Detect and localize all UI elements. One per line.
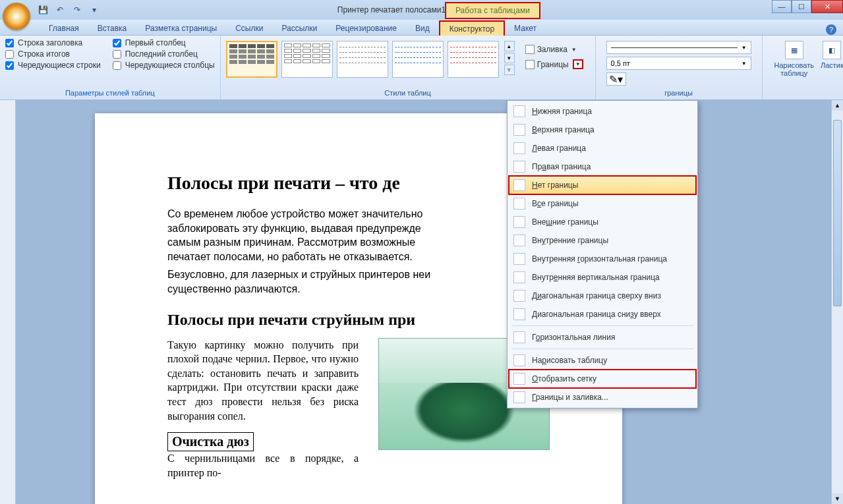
table-style-thumb[interactable] <box>448 41 499 78</box>
border-type-icon <box>513 235 525 246</box>
style-gallery-scroll: ▴ ▾ ▿ <box>504 41 515 75</box>
vertical-scrollbar[interactable]: ▲ ▼ <box>831 100 843 504</box>
eraser-button[interactable]: ◧ Ластик <box>821 41 843 77</box>
scroll-up-icon[interactable]: ▲ <box>832 100 843 111</box>
pen-color-button[interactable]: ✎▾ <box>606 72 626 86</box>
doc-heading-3: Очистка дюз <box>167 432 254 451</box>
menu-item-внутренняя-вертикальная-граница[interactable]: Внутренняя вертикальная граница <box>509 268 696 287</box>
checkbox[interactable] <box>5 61 14 70</box>
check-строка-итогов[interactable]: Строка итогов <box>5 49 101 59</box>
menu-item-правая-граница[interactable]: Правая граница <box>509 157 696 176</box>
chevron-down-icon: ▼ <box>571 47 577 53</box>
border-type-icon <box>513 216 525 228</box>
bucket-icon <box>525 45 535 54</box>
gallery-more-icon[interactable]: ▿ <box>504 65 515 75</box>
menu-item-нижняя-граница[interactable]: Нижняя граница <box>509 102 696 121</box>
tab-разметка страницы[interactable]: Разметка страницы <box>136 21 226 35</box>
border-type-icon <box>513 179 525 191</box>
tab-конструктор[interactable]: Конструктор <box>439 20 505 36</box>
menu-item-диагональная-граница-сверху-вниз[interactable]: Диагональная граница сверху вниз <box>509 287 696 305</box>
tab-макет[interactable]: Макет <box>505 21 546 35</box>
check-первый-столбец[interactable]: Первый столбец <box>113 38 215 47</box>
minimize-button[interactable]: — <box>772 0 792 13</box>
border-type-icon <box>513 308 525 320</box>
check-последний-столбец[interactable]: Последний столбец <box>113 49 215 59</box>
pen-style-select[interactable]: ▼ <box>606 41 751 54</box>
doc-heading-2: Полосы при печати струйным при <box>167 311 550 329</box>
menu-item-границы-и-заливка-[interactable]: Границы и заливка... <box>509 388 696 406</box>
gallery-up-icon[interactable]: ▴ <box>504 41 515 51</box>
tab-вставка[interactable]: Вставка <box>88 21 136 35</box>
save-icon[interactable]: 💾 <box>36 3 49 16</box>
tab-ссылки[interactable]: Ссылки <box>226 21 272 35</box>
doc-paragraph: Со временем любое устройство может значи… <box>167 207 550 264</box>
draw-table-button[interactable]: ▦ Нарисовать таблицу <box>774 41 814 77</box>
menu-item-верхняя-граница[interactable]: Верхняя граница <box>509 121 696 139</box>
menu-item-диагональная-граница-снизу-вверх[interactable]: Диагональная граница снизу вверх <box>509 305 696 323</box>
table-style-thumb[interactable] <box>226 41 277 78</box>
scroll-down-icon[interactable]: ▼ <box>832 493 843 504</box>
check-чередующиеся-столбцы[interactable]: Чередующиеся столбцы <box>113 61 215 70</box>
table-style-thumb[interactable] <box>392 41 444 78</box>
group-table-style-options: Строка заголовкаСтрока итоговЧередующиес… <box>0 36 221 99</box>
checkbox[interactable] <box>113 50 121 59</box>
checkbox[interactable] <box>113 39 121 47</box>
border-type-icon <box>513 142 525 154</box>
border-type-icon <box>513 391 525 403</box>
undo-icon[interactable]: ↶ <box>53 3 67 16</box>
eraser-icon: ◧ <box>823 41 841 59</box>
border-type-icon <box>513 271 525 283</box>
group-draw: ▦ Нарисовать таблицу ◧ Ластик <box>763 36 843 99</box>
border-type-icon <box>513 354 525 366</box>
ribbon: Строка заголовкаСтрока итоговЧередующиес… <box>0 36 843 100</box>
close-button[interactable]: ✕ <box>811 0 843 13</box>
quick-access-toolbar: 💾 ↶ ↷ ▾ <box>36 3 101 16</box>
border-type-icon <box>513 161 525 173</box>
menu-item-нет-границы[interactable]: Нет границы <box>509 176 696 194</box>
scroll-thumb[interactable] <box>833 120 842 306</box>
qat-more-icon[interactable]: ▾ <box>88 3 101 16</box>
tab-главная[interactable]: Главная <box>40 21 88 35</box>
maximize-button[interactable]: ☐ <box>792 0 811 13</box>
table-style-thumb[interactable] <box>337 41 388 78</box>
vertical-ruler[interactable] <box>0 100 16 504</box>
check-строка-заголовка[interactable]: Строка заголовка <box>5 38 101 47</box>
help-icon[interactable]: ? <box>826 24 836 35</box>
shading-button[interactable]: Заливка ▼ <box>523 43 586 55</box>
checkbox[interactable] <box>5 39 14 47</box>
ribbon-tabs: ГлавнаяВставкаРазметка страницыСсылкиРас… <box>0 20 843 36</box>
doc-paragraph: С чернильницами все в порядке, а принтер… <box>167 451 359 480</box>
office-button[interactable] <box>3 3 30 30</box>
menu-item-внешние-границы[interactable]: Внешние границы <box>509 213 696 231</box>
check-чередующиеся-строки[interactable]: Чередующиеся строки <box>5 61 101 70</box>
table-style-thumb[interactable] <box>281 41 333 78</box>
tab-рассылки[interactable]: Рассылки <box>272 21 326 35</box>
menu-item-все-границы[interactable]: Все границы <box>509 194 696 213</box>
menu-item-левая-граница[interactable]: Левая граница <box>509 139 696 157</box>
tab-рецензирование[interactable]: Рецензирование <box>326 21 406 35</box>
menu-item-отобразить-сетку[interactable]: Отобразить сетку <box>509 370 696 388</box>
menu-item-внутренние-границы[interactable]: Внутренние границы <box>509 231 696 250</box>
document-workspace: Полосы при печати – что де Со временем л… <box>0 100 843 504</box>
doc-paragraph: Такую картинку можно получить при плохой… <box>167 338 359 424</box>
window-title: Принтер печатает полосами1 - Microsoft W… <box>0 5 843 14</box>
redo-icon[interactable]: ↷ <box>71 3 84 16</box>
group-title-options[interactable]: Параметры стилей таблиц <box>65 89 155 97</box>
group-title-borders: границы <box>601 89 757 98</box>
checkbox[interactable] <box>113 61 121 70</box>
border-type-icon <box>513 105 525 117</box>
contextual-tab-label: Работа с таблицами <box>445 2 540 19</box>
chevron-down-icon[interactable]: ▼ <box>573 59 583 69</box>
menu-item-нарисовать-таблицу[interactable]: Нарисовать таблицу <box>509 351 696 370</box>
menu-item-внутренняя-горизонтальная-граница[interactable]: Внутренняя горизонтальная граница <box>509 250 696 268</box>
borders-dropdown: Нижняя границаВерхняя границаЛевая грани… <box>507 100 698 408</box>
border-type-icon <box>513 198 525 210</box>
menu-item-горизонтальная-линия[interactable]: Горизонтальная линия <box>509 328 696 347</box>
checkbox[interactable] <box>5 50 14 59</box>
pen-weight-select[interactable]: 0,5 пт▼ <box>606 57 751 70</box>
titlebar: 💾 ↶ ↷ ▾ Принтер печатает полосами1 - Mic… <box>0 0 843 20</box>
gallery-down-icon[interactable]: ▾ <box>504 53 515 63</box>
borders-button[interactable]: Границы ▼ <box>523 58 586 70</box>
tab-вид[interactable]: Вид <box>406 21 439 35</box>
page-area[interactable]: Полосы при печати – что де Со временем л… <box>16 100 831 504</box>
